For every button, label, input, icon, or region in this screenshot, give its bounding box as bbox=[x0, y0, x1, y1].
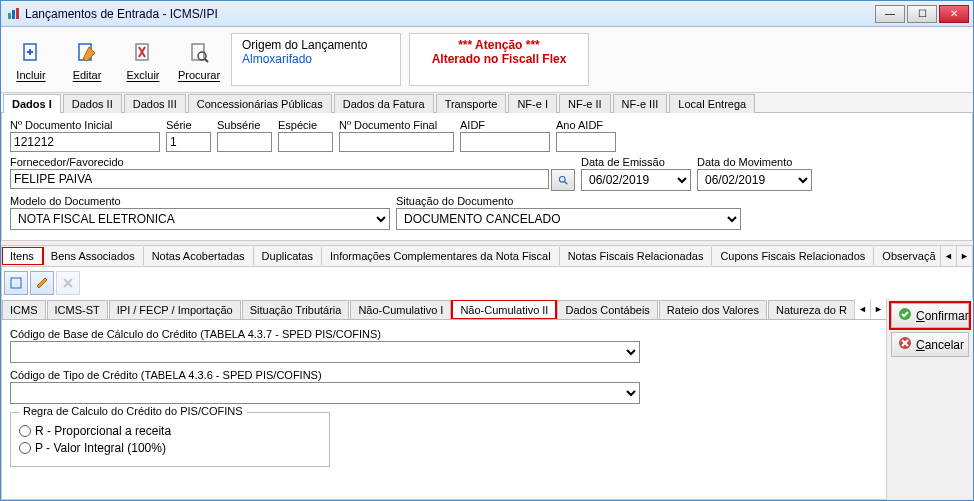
radio-r[interactable]: R - Proporcional a receita bbox=[19, 424, 321, 438]
modelo-select[interactable]: NOTA FISCAL ELETRONICA bbox=[10, 208, 390, 230]
item-edit-button[interactable] bbox=[30, 271, 54, 295]
warning-line1: *** Atenção *** bbox=[420, 38, 578, 52]
aidf-input[interactable] bbox=[460, 132, 550, 152]
tab-nfe-i[interactable]: NF-e I bbox=[508, 94, 557, 113]
fornecedor-input[interactable] bbox=[10, 169, 549, 189]
delete-doc-icon bbox=[129, 39, 157, 67]
data-mov-select[interactable]: 06/02/2019 bbox=[697, 169, 812, 191]
tab-local-entrega[interactable]: Local Entrega bbox=[669, 94, 755, 113]
cod-base-select[interactable] bbox=[10, 341, 640, 363]
subserie-label: Subsérie bbox=[217, 119, 272, 131]
data-emissao-label: Data de Emissão bbox=[581, 156, 691, 168]
doc-ini-input[interactable] bbox=[10, 132, 160, 152]
cancel-button[interactable]: Cancelar bbox=[891, 332, 969, 357]
svg-rect-1 bbox=[12, 10, 15, 19]
inner-content: Código de Base de Cálculo do Crédito (TA… bbox=[1, 320, 887, 500]
tab-dados-i[interactable]: Dados I bbox=[3, 94, 61, 113]
delete-button[interactable]: Excluir bbox=[115, 29, 171, 90]
subserie-input[interactable] bbox=[217, 132, 272, 152]
situacao-label: Situação do Documento bbox=[396, 195, 741, 207]
especie-input[interactable] bbox=[278, 132, 333, 152]
radio-p[interactable]: P - Valor Integral (100%) bbox=[19, 441, 321, 455]
subtab-info-compl[interactable]: Informações Complementares da Nota Fisca… bbox=[322, 247, 560, 265]
inner-tab-nc-ii[interactable]: Não-Cumulativo II bbox=[452, 300, 556, 319]
origin-box: Origem do Lançamento Almoxarifado bbox=[231, 33, 401, 86]
tab-dados-ii[interactable]: Dados II bbox=[63, 94, 122, 113]
maximize-button[interactable]: ☐ bbox=[907, 5, 937, 23]
subtab-scroll-left[interactable]: ◄ bbox=[940, 246, 956, 266]
main-tabs: Dados I Dados II Dados III Concessionári… bbox=[1, 93, 973, 113]
side-buttons: Confirmar Cancelar bbox=[887, 299, 973, 500]
warning-box: *** Atenção *** Alterado no Fiscall Flex bbox=[409, 33, 589, 86]
data-emissao-select[interactable]: 06/02/2019 bbox=[581, 169, 691, 191]
confirm-button[interactable]: Confirmar bbox=[891, 303, 969, 328]
tab-transporte[interactable]: Transporte bbox=[436, 94, 507, 113]
inner-tab-scroll-left[interactable]: ◄ bbox=[854, 299, 870, 319]
svg-rect-0 bbox=[8, 13, 11, 19]
cancel-icon bbox=[898, 336, 912, 353]
cod-tipo-select[interactable] bbox=[10, 382, 640, 404]
inner-tab-icms-st[interactable]: ICMS-ST bbox=[47, 300, 108, 319]
sub-tabs: Itens Bens Associados Notas Acobertadas … bbox=[1, 245, 973, 267]
close-button[interactable]: ✕ bbox=[939, 5, 969, 23]
search-button[interactable]: Procurar bbox=[171, 29, 227, 90]
svg-line-14 bbox=[564, 181, 567, 184]
serie-label: Série bbox=[166, 119, 211, 131]
subtab-nf-relacionadas[interactable]: Notas Fiscais Relacionadas bbox=[560, 247, 713, 265]
aidf-label: AIDF bbox=[460, 119, 550, 131]
item-toolbar bbox=[1, 267, 973, 299]
main-window: Lançamentos de Entrada - ICMS/IPI — ☐ ✕ … bbox=[0, 0, 974, 501]
inner-tab-contabeis[interactable]: Dados Contábeis bbox=[557, 300, 657, 319]
regra-calculo-group: Regra de Calculo do Crédito do PIS/COFIN… bbox=[10, 412, 330, 467]
ano-aidf-label: Ano AIDF bbox=[556, 119, 616, 131]
radio-icon bbox=[19, 442, 31, 454]
origin-label: Origem do Lançamento bbox=[242, 38, 390, 52]
edit-button[interactable]: Editar bbox=[59, 29, 115, 90]
radio-icon bbox=[19, 425, 31, 437]
tab-nfe-ii[interactable]: NF-e II bbox=[559, 94, 611, 113]
inner-tab-situacao[interactable]: Situação Tributária bbox=[242, 300, 350, 319]
pencil-doc-icon bbox=[73, 39, 101, 67]
fornecedor-label: Fornecedor/Favorecido bbox=[10, 156, 575, 168]
tab-nfe-iii[interactable]: NF-e III bbox=[613, 94, 668, 113]
inner-tab-rateio[interactable]: Rateio dos Valores bbox=[659, 300, 767, 319]
svg-rect-2 bbox=[16, 8, 19, 19]
form-area: Nº Documento Inicial Série Subsérie Espé… bbox=[1, 113, 973, 241]
include-button[interactable]: Incluir bbox=[3, 29, 59, 90]
subtab-notas-acobertadas[interactable]: Notas Acobertadas bbox=[144, 247, 254, 265]
subtab-observacao[interactable]: Observaçã bbox=[874, 247, 940, 265]
subtab-scroll-right[interactable]: ► bbox=[956, 246, 972, 266]
inner-tab-natureza[interactable]: Natureza do R bbox=[768, 300, 854, 319]
doc-fin-input[interactable] bbox=[339, 132, 454, 152]
item-delete-button[interactable] bbox=[56, 271, 80, 295]
subtab-itens[interactable]: Itens bbox=[2, 247, 43, 265]
fornecedor-search-button[interactable] bbox=[551, 169, 575, 191]
tab-dados-iii[interactable]: Dados III bbox=[124, 94, 186, 113]
svg-rect-15 bbox=[11, 278, 21, 288]
item-add-button[interactable] bbox=[4, 271, 28, 295]
subtab-duplicatas[interactable]: Duplicatas bbox=[254, 247, 322, 265]
ano-aidf-input[interactable] bbox=[556, 132, 616, 152]
inner-tab-icms[interactable]: ICMS bbox=[2, 300, 46, 319]
tab-dados-fatura[interactable]: Dados da Fatura bbox=[334, 94, 434, 113]
subtab-bens[interactable]: Bens Associados bbox=[43, 247, 144, 265]
svg-line-12 bbox=[205, 59, 208, 62]
especie-label: Espécie bbox=[278, 119, 333, 131]
svg-point-13 bbox=[559, 176, 565, 182]
subtab-cupons[interactable]: Cupons Fiscais Relacionados bbox=[712, 247, 874, 265]
situacao-select[interactable]: DOCUMENTO CANCELADO bbox=[396, 208, 741, 230]
tab-concessionarias[interactable]: Concessionárias Públicas bbox=[188, 94, 332, 113]
app-icon bbox=[5, 6, 21, 22]
cod-base-label: Código de Base de Cálculo do Crédito (TA… bbox=[10, 328, 640, 340]
inner-tab-nc-i[interactable]: Não-Cumulativo I bbox=[350, 300, 451, 319]
minimize-button[interactable]: — bbox=[875, 5, 905, 23]
check-icon bbox=[898, 307, 912, 324]
inner-tab-ipi[interactable]: IPI / FECP / Importação bbox=[109, 300, 241, 319]
window-title: Lançamentos de Entrada - ICMS/IPI bbox=[25, 7, 875, 21]
inner-tab-scroll-right[interactable]: ► bbox=[870, 299, 886, 319]
serie-input[interactable] bbox=[166, 132, 211, 152]
warning-line2: Alterado no Fiscall Flex bbox=[420, 52, 578, 66]
search-doc-icon bbox=[185, 39, 213, 67]
radio-r-label: R - Proporcional a receita bbox=[35, 424, 171, 438]
titlebar: Lançamentos de Entrada - ICMS/IPI — ☐ ✕ bbox=[1, 1, 973, 27]
